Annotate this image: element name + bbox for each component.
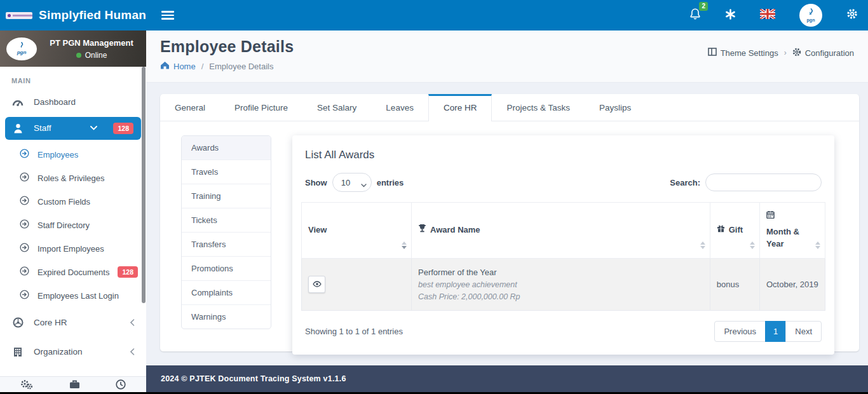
arrow-circle-icon xyxy=(20,243,29,254)
tab-profile-picture[interactable]: Profile Picture xyxy=(220,94,302,121)
sidebar-subitem-expired-documents[interactable]: Expired Documents 128 xyxy=(0,261,146,284)
subnav-travels[interactable]: Travels xyxy=(182,160,271,184)
theme-settings-link[interactable]: Theme Settings xyxy=(708,48,778,58)
notifications-button[interactable]: 2 xyxy=(689,8,701,23)
apps-button[interactable] xyxy=(725,9,736,22)
awards-card-title: List All Awards xyxy=(301,146,825,173)
breadcrumb-separator: / xyxy=(201,62,204,71)
tab-set-salary[interactable]: Set Salary xyxy=(302,94,371,121)
subnav-tickets[interactable]: Tickets xyxy=(182,208,271,232)
ball-icon xyxy=(11,317,24,328)
chevron-left-icon xyxy=(130,348,135,355)
home-icon xyxy=(160,61,170,71)
breadcrumb-home-link[interactable]: Home xyxy=(160,61,196,71)
sidebar-item-staff[interactable]: Staff 128 xyxy=(5,117,141,140)
table-controls: Show 10 entries Search: xyxy=(301,173,825,202)
sidebar-subitem-employees[interactable]: Employees xyxy=(0,143,146,166)
sidebar-subitem-label: Employees xyxy=(37,150,135,160)
sidebar-toggle-button[interactable] xyxy=(161,9,174,22)
sidebar-subitem-custom-fields[interactable]: Custom Fields xyxy=(0,190,146,214)
sidebar-item-dashboard[interactable]: Dashboard xyxy=(0,90,146,114)
arrow-circle-icon xyxy=(20,266,29,278)
briefcase-icon[interactable] xyxy=(69,379,80,391)
subnav-complaints[interactable]: Complaints xyxy=(182,280,271,304)
employee-details-card: General Profile Picture Set Salary Leave… xyxy=(160,94,859,351)
entries-summary: Showing 1 to 1 of 1 entries xyxy=(305,327,403,336)
sidebar-scrollbar[interactable] xyxy=(142,67,146,303)
arrow-circle-icon xyxy=(20,196,29,207)
columns-icon xyxy=(708,48,717,58)
page-size-select[interactable]: 10 xyxy=(332,173,372,192)
sidebar-menu: MAIN Dashboard Staff 128 Employees Roles… xyxy=(0,67,146,376)
subnav-training[interactable]: Training xyxy=(182,184,271,208)
tab-payslips[interactable]: Payslips xyxy=(585,94,646,121)
subnav-warnings[interactable]: Warnings xyxy=(182,304,271,329)
sidebar-subitem-employees-last-login[interactable]: Employees Last Login xyxy=(0,284,146,308)
staff-count-badge: 128 xyxy=(113,123,133,134)
menu-section-label: MAIN xyxy=(0,71,146,90)
subnav-transfers[interactable]: Transfers xyxy=(182,232,271,256)
tab-core-hr[interactable]: Core HR xyxy=(428,94,492,121)
sidebar-subitem-import-employees[interactable]: Import Employees xyxy=(0,237,146,261)
column-header-gift[interactable]: Gift xyxy=(710,203,759,259)
language-button[interactable] xyxy=(760,9,775,22)
column-header-award-name[interactable]: Award Name xyxy=(412,203,710,259)
award-name-cell: Performer of the Year best employee achi… xyxy=(412,258,710,310)
user-icon xyxy=(11,123,24,133)
sidebar-subitem-label: Import Employees xyxy=(37,244,135,254)
eye-icon xyxy=(313,280,322,289)
copyright-text: 2024 © PJTEK Document Tracing System v1.… xyxy=(161,374,346,383)
award-cash-price: Cash Price: 2,000,000.00 Rp xyxy=(418,292,703,301)
configuration-link[interactable]: Configuration xyxy=(792,48,854,58)
arrow-circle-icon xyxy=(20,172,29,184)
uk-flag-icon xyxy=(760,9,775,22)
gift-icon xyxy=(717,224,725,236)
company-block: PT PGN Management Online xyxy=(43,38,140,60)
sidebar-subitem-label: Custom Fields xyxy=(37,197,135,207)
column-header-view[interactable]: View xyxy=(302,203,412,259)
online-status-label: Online xyxy=(85,51,107,60)
subnav-awards[interactable]: Awards xyxy=(182,136,271,160)
show-label: Show xyxy=(305,178,327,187)
sidebar-subitem-staff-directory[interactable]: Staff Directory xyxy=(0,214,146,237)
core-hr-subnav: Awards Travels Training Tickets Transfer… xyxy=(181,135,271,329)
page-footer: 2024 © PJTEK Document Tracing System v1.… xyxy=(146,365,868,392)
table-footer: Showing 1 to 1 of 1 entries Previous 1 N… xyxy=(301,311,825,346)
arrow-circle-icon xyxy=(20,219,29,231)
search-input[interactable] xyxy=(705,173,822,191)
sidebar-item-label: Dashboard xyxy=(34,97,135,107)
asterisk-icon xyxy=(725,9,736,22)
sidebar-subitem-roles-privileges[interactable]: Roles & Privileges xyxy=(0,166,146,190)
chevron-left-icon xyxy=(130,319,135,326)
view-cell xyxy=(302,258,412,310)
view-award-button[interactable] xyxy=(308,276,325,293)
previous-page-button[interactable]: Previous xyxy=(714,321,766,343)
clock-icon[interactable] xyxy=(116,379,126,392)
page-1-button[interactable]: 1 xyxy=(765,321,786,343)
sidebar-item-organization[interactable]: Organization xyxy=(0,337,146,367)
user-avatar: pgn xyxy=(799,4,822,27)
arrow-circle-icon xyxy=(20,290,29,301)
subnav-promotions[interactable]: Promotions xyxy=(182,256,271,280)
tab-leaves[interactable]: Leaves xyxy=(371,94,428,121)
user-menu-button[interactable]: pgn xyxy=(799,4,822,27)
building-icon xyxy=(11,347,24,357)
breadcrumb-current: Employee Details xyxy=(209,62,273,71)
award-name: Performer of the Year xyxy=(418,268,703,277)
next-page-button[interactable]: Next xyxy=(785,321,822,343)
sidebar-item-label: Organization xyxy=(34,347,121,357)
page-header: Employee Details Home / Employee Details… xyxy=(146,31,868,83)
awards-table: View Award Name xyxy=(301,202,825,311)
gear-icon xyxy=(846,8,858,22)
column-header-month-year[interactable]: Month & Year xyxy=(759,203,825,259)
sidebar-item-core-hr[interactable]: Core HR xyxy=(0,308,146,337)
page-title: Employee Details xyxy=(160,37,294,56)
sidebar-item-document-management[interactable]: Document Management xyxy=(0,367,146,376)
settings-button[interactable] xyxy=(846,8,858,22)
tab-general[interactable]: General xyxy=(160,94,220,121)
main-area: Employee Details Home / Employee Details… xyxy=(146,31,868,392)
pagination: Previous 1 Next xyxy=(714,321,822,343)
content-area: General Profile Picture Set Salary Leave… xyxy=(146,83,868,365)
tab-projects-tasks[interactable]: Projects & Tasks xyxy=(492,94,585,121)
cogs-icon[interactable] xyxy=(20,379,33,392)
